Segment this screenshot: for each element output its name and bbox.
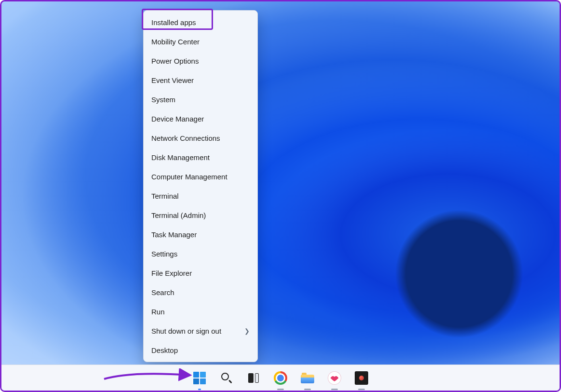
menu-item-label: Shut down or sign out <box>151 327 221 335</box>
menu-item-label: Terminal (Admin) <box>151 211 206 219</box>
menu-item-label: Disk Management <box>151 153 210 162</box>
lips-app[interactable] <box>324 368 345 388</box>
chrome-icon <box>274 371 287 385</box>
menu-item-device-manager[interactable]: Device Manager <box>146 109 255 128</box>
search-icon <box>221 373 232 383</box>
desktop-frame: Installed apps Mobility Center Power Opt… <box>0 0 561 392</box>
menu-item-label: Search <box>151 288 174 297</box>
menu-item-label: Computer Management <box>151 173 227 181</box>
menu-item-computer-management[interactable]: Computer Management <box>146 167 255 186</box>
chevron-right-icon: ❯ <box>244 327 250 335</box>
menu-item-label: Task Manager <box>151 230 197 239</box>
taskbar <box>1 365 560 391</box>
menu-item-network-connections[interactable]: Network Connections <box>146 128 255 148</box>
menu-item-shut-down[interactable]: Shut down or sign out ❯ <box>146 321 255 340</box>
menu-item-installed-apps[interactable]: Installed apps <box>146 13 255 32</box>
dark-app[interactable] <box>351 368 372 388</box>
menu-item-system[interactable]: System <box>146 90 255 109</box>
folder-icon <box>301 373 314 383</box>
menu-item-label: Desktop <box>151 346 178 354</box>
menu-item-label: Device Manager <box>151 115 204 123</box>
menu-item-settings[interactable]: Settings <box>146 244 255 263</box>
menu-item-label: Event Viewer <box>151 76 194 84</box>
task-view-icon <box>248 373 259 383</box>
lips-icon <box>328 371 341 385</box>
menu-item-task-manager[interactable]: Task Manager <box>146 225 255 244</box>
menu-item-label: Mobility Center <box>151 38 200 46</box>
menu-item-label: Installed apps <box>151 18 196 27</box>
menu-item-power-options[interactable]: Power Options <box>146 51 255 70</box>
search-button[interactable] <box>216 368 237 388</box>
menu-item-terminal-admin[interactable]: Terminal (Admin) <box>146 205 255 225</box>
chrome-app[interactable] <box>270 368 291 388</box>
dark-app-icon <box>355 371 368 385</box>
menu-item-file-explorer[interactable]: File Explorer <box>146 263 255 283</box>
menu-item-search[interactable]: Search <box>146 283 255 302</box>
desktop-wallpaper <box>1 1 560 391</box>
start-button[interactable] <box>189 368 210 388</box>
menu-item-mobility-center[interactable]: Mobility Center <box>146 32 255 51</box>
winx-context-menu: Installed apps Mobility Center Power Opt… <box>143 10 258 362</box>
menu-item-run[interactable]: Run <box>146 302 255 321</box>
start-icon <box>193 372 206 384</box>
menu-item-label: Terminal <box>151 192 179 200</box>
menu-item-label: System <box>151 95 175 104</box>
file-explorer-app[interactable] <box>297 368 318 388</box>
menu-item-label: File Explorer <box>151 269 192 277</box>
menu-item-disk-management[interactable]: Disk Management <box>146 148 255 167</box>
menu-item-label: Settings <box>151 250 177 258</box>
menu-item-terminal[interactable]: Terminal <box>146 186 255 205</box>
menu-item-event-viewer[interactable]: Event Viewer <box>146 70 255 90</box>
menu-item-label: Network Connections <box>151 134 220 142</box>
menu-item-label: Power Options <box>151 57 199 65</box>
menu-item-desktop[interactable]: Desktop <box>146 340 255 360</box>
task-view-button[interactable] <box>243 368 264 388</box>
menu-item-label: Run <box>151 308 165 316</box>
